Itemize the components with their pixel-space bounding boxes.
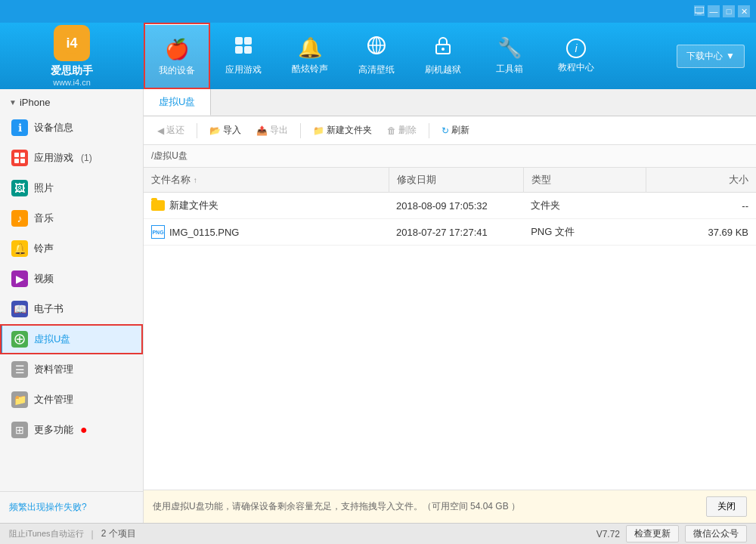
toolbar-sep-3 — [429, 123, 429, 138]
toolbox-icon: 🔧 — [497, 36, 522, 60]
app-icon — [234, 36, 253, 60]
minimize-button[interactable]: — — [708, 5, 720, 17]
back-label: 返还 — [166, 124, 184, 137]
file-name-cell-2: PNG IMG_0115.PNG — [144, 219, 389, 246]
maximize-button[interactable]: □ — [723, 5, 735, 17]
sidebar: ▼ iPhone ℹ 设备信息 应用游戏 (1) 🖼 照片 — [0, 89, 144, 523]
check-update-button[interactable]: 检查更新 — [626, 525, 679, 542]
sidebar-item-ringtone[interactable]: 🔔 铃声 — [0, 233, 143, 264]
sidebar-device-info-label: 设备信息 — [34, 121, 73, 134]
status-bar: 阻止iTunes自动运行 | 2 个项目 V7.72 检查更新 微信公众号 — [0, 523, 756, 544]
file-type-2: PNG 文件 — [523, 219, 646, 246]
sidebar-item-data-manage[interactable]: ☰ 资料管理 — [0, 354, 143, 385]
export-label: 导出 — [270, 124, 288, 137]
svg-point-13 — [442, 48, 445, 51]
tab-app-game[interactable]: 应用游戏 — [210, 23, 277, 89]
wechat-official-button[interactable]: 微信公众号 — [685, 525, 747, 542]
info-close-button[interactable]: 关闭 — [706, 496, 747, 517]
table-row[interactable]: 新建文件夹 2018-08-09 17:05:32 文件夹 -- — [144, 193, 756, 219]
download-label: 下载中心 — [686, 50, 723, 63]
sidebar-music-label: 音乐 — [34, 212, 54, 225]
device-info-icon: ℹ — [11, 119, 28, 136]
content-tab-label: 虚拟U盘 — [159, 96, 195, 107]
path-text: /虚拟U盘 — [151, 150, 187, 161]
sidebar-app-game-label: 应用游戏 — [34, 151, 73, 165]
app-game-icon — [11, 150, 28, 166]
file-name-2: IMG_0115.PNG — [169, 227, 240, 238]
back-button[interactable]: ◀ 返还 — [151, 121, 191, 140]
col-header-modified[interactable]: 修改日期 — [389, 168, 523, 193]
table-row[interactable]: PNG IMG_0115.PNG 2018-07-27 17:27:41 PNG… — [144, 219, 756, 246]
sidebar-data-manage-label: 资料管理 — [34, 363, 73, 376]
status-right: V7.72 检查更新 微信公众号 — [596, 525, 747, 542]
tab-jailbreak[interactable]: 刷机越狱 — [410, 23, 476, 89]
sidebar-item-photos[interactable]: 🖼 照片 — [0, 173, 143, 203]
sidebar-item-ebook[interactable]: 📖 电子书 — [0, 294, 143, 324]
sidebar-item-virtual-udisk[interactable]: 虚拟U盘 — [0, 324, 143, 354]
sidebar-ebook-label: 电子书 — [34, 302, 64, 316]
virtual-udisk-icon — [11, 331, 28, 348]
freq-link[interactable]: 频繁出现操作失败? — [9, 502, 87, 512]
tab-my-device[interactable]: 🍎 我的设备 — [144, 23, 210, 89]
apple-icon: 🍎 — [165, 38, 189, 61]
svg-rect-16 — [14, 159, 19, 163]
import-button[interactable]: 📂 导入 — [203, 121, 247, 140]
import-icon: 📂 — [209, 125, 221, 136]
delete-button[interactable]: 🗑 删除 — [381, 121, 423, 140]
tab-toolbox-label: 工具箱 — [496, 63, 523, 76]
col-size-label: 大小 — [729, 174, 748, 185]
col-header-name[interactable]: 文件名称 ↑ — [144, 168, 389, 193]
sidebar-file-manage-label: 文件管理 — [34, 393, 73, 406]
bell-icon: 🔔 — [298, 36, 322, 60]
svg-rect-5 — [244, 37, 252, 45]
nav-tabs: 🍎 我的设备 应用游戏 🔔 酷炫铃声 — [144, 23, 665, 89]
music-icon: ♪ — [11, 210, 28, 227]
device-arrow-icon: ▼ — [9, 98, 17, 107]
sidebar-item-more-features[interactable]: ⊞ 更多功能 ● — [0, 415, 143, 445]
ebook-icon: 📖 — [11, 301, 28, 317]
logo-area: i4 爱思助手 www.i4.cn — [0, 23, 144, 89]
toolbar: ◀ 返还 📂 导入 📤 导出 📁 新建文件夹 🗑 删除 — [144, 116, 756, 145]
info-bar: 使用虚拟U盘功能，请确保设备剩余容量充足，支持拖拽导入文件。（可用空间 54.0… — [144, 490, 756, 523]
back-icon: ◀ — [157, 125, 164, 136]
tab-tutorial[interactable]: i 教程中心 — [543, 23, 609, 89]
tab-ringtone-label: 酷炫铃声 — [292, 63, 328, 76]
svg-rect-14 — [14, 153, 19, 157]
sidebar-item-video[interactable]: ▶ 视频 — [0, 264, 143, 294]
tab-app-game-label: 应用游戏 — [225, 63, 262, 76]
new-folder-button[interactable]: 📁 新建文件夹 — [307, 121, 378, 140]
col-type-label: 类型 — [531, 174, 551, 185]
sidebar-item-device-info[interactable]: ℹ 设备信息 — [0, 113, 143, 143]
device-name: iPhone — [20, 97, 50, 108]
sidebar-photos-label: 照片 — [34, 181, 54, 195]
wallpaper-icon — [367, 36, 386, 60]
status-left: 阻止iTunes自动运行 | 2 个项目 — [9, 527, 136, 540]
file-size-2: 37.69 KB — [646, 219, 756, 246]
col-header-type[interactable]: 类型 — [523, 168, 646, 193]
window-controls: — □ ✕ — [694, 5, 750, 17]
tab-toolbox[interactable]: 🔧 工具箱 — [476, 23, 543, 89]
tab-my-device-label: 我的设备 — [159, 64, 195, 77]
tab-ringtone[interactable]: 🔔 酷炫铃声 — [277, 23, 343, 89]
logo-icon: i4 — [54, 25, 90, 61]
toolbar-sep-1 — [197, 123, 197, 138]
itunes-notice: 阻止iTunes自动运行 — [9, 528, 84, 539]
col-header-size[interactable]: 大小 — [646, 168, 756, 193]
svg-rect-0 — [695, 7, 704, 13]
sidebar-item-file-manage[interactable]: 📁 文件管理 — [0, 385, 143, 415]
delete-icon: 🗑 — [387, 125, 396, 136]
refresh-button[interactable]: ↻ 刷新 — [435, 121, 476, 140]
svg-text:i4: i4 — [66, 36, 77, 51]
logo-title: 爱思助手 — [51, 64, 93, 78]
close-button[interactable]: ✕ — [738, 5, 750, 17]
sidebar-item-music[interactable]: ♪ 音乐 — [0, 203, 143, 233]
download-center-button[interactable]: 下载中心 ▼ — [677, 45, 745, 68]
sidebar-item-app-game[interactable]: 应用游戏 (1) — [0, 143, 143, 173]
new-folder-label: 新建文件夹 — [327, 124, 372, 137]
file-type-1: 文件夹 — [523, 193, 646, 219]
header-right: 下载中心 ▼ — [665, 23, 756, 89]
content-tab-virtual-udisk[interactable]: 虚拟U盘 — [144, 89, 211, 116]
tab-wallpaper[interactable]: 高清壁纸 — [343, 23, 410, 89]
export-button[interactable]: 📤 导出 — [250, 121, 294, 140]
photos-icon: 🖼 — [11, 180, 28, 196]
